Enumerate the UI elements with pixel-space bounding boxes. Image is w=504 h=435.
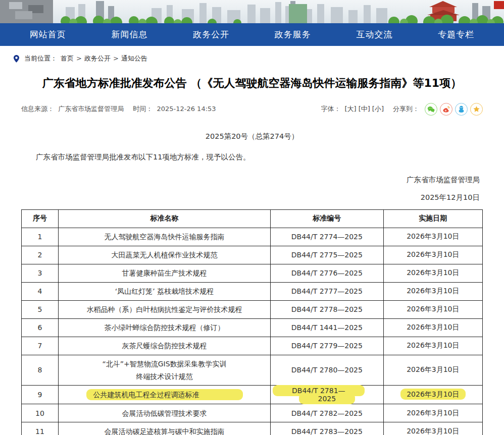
cell-standard-code: DB44/T 2778—2025 (271, 300, 384, 318)
cell-standard-name: 公共建筑机电工程全过程调适标准 (59, 386, 271, 404)
breadcrumb-separator: > (76, 55, 82, 62)
breadcrumb-label: 当前位置： (24, 54, 57, 63)
cell-standard-name: 水稻品种（系）白叶枯病抗性鉴定与评价技术规程 (59, 300, 271, 318)
time-label: 时间： (133, 105, 153, 113)
cell-standard-code: DB44/T 2782—2025 (271, 404, 384, 422)
share-wechat-icon[interactable] (425, 103, 437, 116)
nav-item-6[interactable]: 专题专栏 (415, 23, 497, 46)
cell-serial: 9 (22, 386, 59, 404)
cell-standard-code: DB44/T 2776—2025 (271, 264, 384, 282)
cell-standard-code: DB44/T 2774—2025 (271, 228, 384, 246)
cell-implementation-date: 2026年3月10日 (383, 422, 482, 435)
cell-implementation-date: 2026年3月10日 (383, 282, 482, 300)
table-row: 11会展活动碳足迹核算与碳中和实施指南DB44/T 2783—20252026年… (22, 422, 483, 435)
breadcrumb-link-2[interactable]: 政务公开 (84, 55, 111, 62)
article-meta: 信息来源： 广东省市场监督管理局 时间： 2025-12-26 14:53 字体… (21, 103, 483, 116)
issue-date: 2025年12月10日 (24, 193, 480, 202)
cell-serial: 7 (22, 337, 59, 355)
font-size-controls: [大][中][小] (344, 104, 385, 114)
cell-implementation-date: 2026年3月10日 (383, 355, 482, 386)
share-icons (422, 103, 483, 116)
meta-source: 信息来源： 广东省市场监督管理局 时间： 2025-12-26 14:53 (21, 104, 218, 114)
table-row: 9公共建筑机电工程全过程调适标准DB44/T 2781—20252026年3月1… (22, 386, 483, 404)
time-value: 2025-12-26 14:53 (157, 105, 216, 113)
column-header: 实施日期 (383, 209, 482, 228)
share-qq-icon[interactable] (455, 103, 468, 116)
cell-implementation-date: 2026年3月10日 (383, 386, 482, 404)
nav-item-5[interactable]: 互动交流 (334, 23, 416, 46)
table-row: 8“北斗”+智慧物流GIS数据采集教学实训终端技术设计规范DB44/T 2780… (22, 355, 483, 386)
share-favorite-icon[interactable] (470, 103, 483, 116)
cell-standard-code: DB44/T 2783—2025 (271, 422, 384, 435)
cell-serial: 5 (22, 300, 59, 318)
cell-standard-code: DB44/T 2781—2025 (271, 386, 384, 404)
table-header-row: 序号标准名称标准编号实施日期 (22, 209, 483, 228)
share-weibo-icon[interactable] (440, 103, 452, 116)
document-number: 2025第20号（总第274号） (21, 132, 483, 141)
cell-standard-name: “北斗”+智慧物流GIS数据采集教学实训终端技术设计规范 (59, 355, 271, 386)
breadcrumb-link-1[interactable]: 首页 (61, 55, 74, 62)
cell-serial: 6 (22, 318, 59, 337)
cell-standard-code: DB44/T 2780—2025 (271, 355, 384, 386)
cell-standard-name: ‘凤山红灯笼’ 荔枝栽培技术规程 (59, 282, 271, 300)
table-row: 6茶小绿叶蝉综合防控技术规程（修订）DB44/T 1441—20252026年3… (22, 318, 483, 337)
standards-table: 序号标准名称标准编号实施日期1无人驾驶航空器海岛快件运输服务指南DB44/T 2… (21, 209, 483, 435)
cell-serial: 3 (22, 264, 59, 282)
breadcrumb-link-3[interactable]: 通知公告 (121, 55, 147, 62)
cell-implementation-date: 2026年3月10日 (383, 318, 482, 337)
cell-serial: 1 (22, 228, 59, 246)
nav-item-4[interactable]: 政务服务 (252, 23, 334, 46)
page: 网站首页新闻信息政务公开政务服务互动交流专题专栏 当前位置： 首页>政务公开>通… (0, 0, 504, 435)
column-header: 标准编号 (271, 209, 384, 228)
main-nav: 网站首页新闻信息政务公开政务服务互动交流专题专栏 (0, 23, 504, 46)
cell-serial: 11 (22, 422, 59, 435)
cell-standard-code: DB44/T 2779—2025 (271, 337, 384, 355)
cell-implementation-date: 2026年3月10日 (383, 337, 482, 355)
breadcrumb-separator: > (113, 55, 119, 62)
cell-implementation-date: 2026年3月10日 (383, 264, 482, 282)
table-row: 5水稻品种（系）白叶枯病抗性鉴定与评价技术规程DB44/T 2778—20252… (22, 300, 483, 318)
cell-serial: 4 (22, 282, 59, 300)
source-value: 广东省市场监督管理局 (58, 105, 124, 113)
announcement-body: 广东省市场监督管理局批准发布以下11项地方标准，现予以公告。 (21, 152, 483, 162)
font-size-label: 字体： (321, 104, 341, 114)
breadcrumb-trail: 首页>政务公开>通知公告 (61, 54, 147, 63)
cell-standard-name: 灰茶尺蠖综合防控技术规程 (59, 337, 271, 355)
cell-standard-code: DB44/T 1441—2025 (271, 318, 384, 337)
table-row: 1无人驾驶航空器海岛快件运输服务指南DB44/T 2774—20252026年3… (22, 228, 483, 246)
article-content: 当前位置： 首页>政务公开>通知公告 广东省地方标准批准发布公告 （《无人驾驶航… (0, 54, 504, 435)
table-row: 2大田蔬菜无人机植保作业技术规范DB44/T 2775—20252026年3月1… (22, 246, 483, 264)
table-row: 10会展活动低碳管理技术要求DB44/T 2782—20252026年3月10日 (22, 404, 483, 422)
column-header: 序号 (22, 209, 59, 228)
cell-standard-name: 无人驾驶航空器海岛快件运输服务指南 (59, 228, 271, 246)
cell-implementation-date: 2026年3月10日 (383, 300, 482, 318)
issuer: 广东省市场监督管理局 (24, 175, 480, 185)
location-pin-icon (12, 55, 21, 63)
meta-tools: 字体： [大][中][小] 分享到： (321, 103, 483, 116)
source-label: 信息来源： (21, 105, 54, 113)
table-row: 4‘凤山红灯笼’ 荔枝栽培技术规程DB44/T 2777—20252026年3月… (22, 282, 483, 300)
header-city-photo (0, 0, 504, 23)
nav-item-2[interactable]: 新闻信息 (89, 23, 171, 46)
cell-standard-name: 会展活动碳足迹核算与碳中和实施指南 (59, 422, 271, 435)
table-row: 3甘薯健康种苗生产技术规程DB44/T 2776—20252026年3月10日 (22, 264, 483, 282)
column-header: 标准名称 (59, 209, 271, 228)
cell-serial: 2 (22, 246, 59, 264)
font-size-button-small[interactable]: [小] (372, 105, 384, 113)
cell-standard-name: 大田蔬菜无人机植保作业技术规范 (59, 246, 271, 264)
cell-standard-name: 会展活动低碳管理技术要求 (59, 404, 271, 422)
nav-item-3[interactable]: 政务公开 (170, 23, 252, 46)
font-size-button-medium[interactable]: [中] (359, 105, 370, 113)
cell-standard-name: 甘薯健康种苗生产技术规程 (59, 264, 271, 282)
table-row: 7灰茶尺蠖综合防控技术规程DB44/T 2779—20252026年3月10日 (22, 337, 483, 355)
breadcrumb: 当前位置： 首页>政务公开>通知公告 (12, 54, 483, 63)
cell-standard-code: DB44/T 2777—2025 (271, 282, 384, 300)
nav-item-1[interactable]: 网站首页 (7, 23, 89, 46)
cell-implementation-date: 2026年3月10日 (383, 228, 482, 246)
page-title: 广东省地方标准批准发布公告 （《无人驾驶航空器海岛快件运输服务指南》等11项） (21, 76, 483, 91)
cell-serial: 10 (22, 404, 59, 422)
font-size-button-large[interactable]: [大] (345, 105, 357, 113)
cell-implementation-date: 2026年3月10日 (383, 246, 482, 264)
cell-implementation-date: 2026年3月10日 (383, 404, 482, 422)
cell-standard-name: 茶小绿叶蝉综合防控技术规程（修订） (59, 318, 271, 337)
